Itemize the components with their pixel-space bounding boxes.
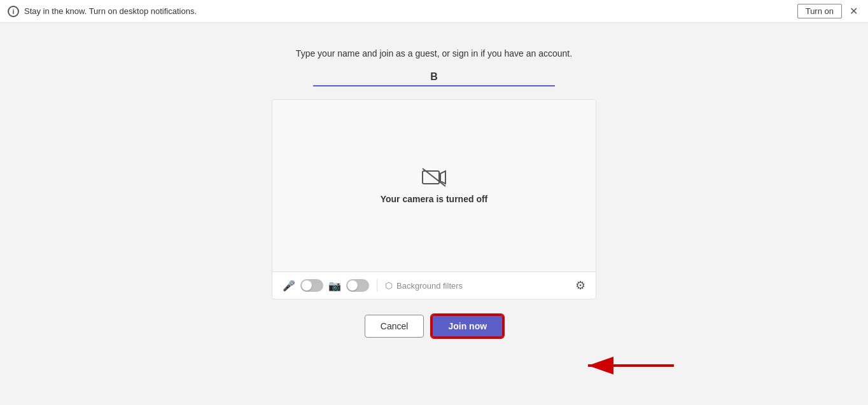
- mic-toggle[interactable]: [300, 279, 323, 292]
- info-icon: i: [8, 6, 19, 17]
- controls-divider: [377, 279, 377, 292]
- cancel-button[interactable]: Cancel: [365, 315, 424, 338]
- turn-on-button[interactable]: Turn on: [797, 4, 842, 18]
- camera-icon: 📷: [328, 280, 341, 292]
- camera-toggle[interactable]: [346, 279, 369, 292]
- arrow-annotation: [575, 347, 677, 387]
- svg-rect-0: [423, 171, 439, 184]
- camera-preview-area: Your camera is turned off: [272, 100, 596, 271]
- main-content: Type your name and join as a guest, or s…: [0, 23, 868, 338]
- camera-off-text: Your camera is turned off: [381, 194, 488, 204]
- name-input[interactable]: [313, 69, 555, 86]
- close-notification-button[interactable]: ✕: [847, 6, 860, 17]
- arrow-svg: [575, 347, 677, 385]
- settings-icon[interactable]: ⚙: [575, 278, 585, 292]
- camera-preview-box: Your camera is turned off 🎤 📷 ⬡ Backgrou…: [272, 99, 596, 299]
- join-now-button[interactable]: Join now: [431, 315, 503, 338]
- background-filters-text: Background filters: [396, 281, 463, 291]
- camera-controls-bar: 🎤 📷 ⬡ Background filters ⚙: [272, 271, 596, 299]
- notification-bar: i Stay in the know. Turn on desktop noti…: [0, 0, 868, 23]
- action-buttons: Cancel Join now: [365, 315, 503, 338]
- svg-marker-1: [440, 171, 445, 184]
- name-input-container: [313, 69, 555, 86]
- background-filters-icon: ⬡: [385, 280, 393, 291]
- background-filters-section[interactable]: ⬡ Background filters: [385, 280, 570, 291]
- subtitle-text: Type your name and join as a guest, or s…: [296, 48, 572, 58]
- mic-icon: 🎤: [283, 280, 295, 292]
- notification-text: Stay in the know. Turn on desktop notifi…: [24, 6, 792, 16]
- camera-off-icon: [421, 167, 447, 188]
